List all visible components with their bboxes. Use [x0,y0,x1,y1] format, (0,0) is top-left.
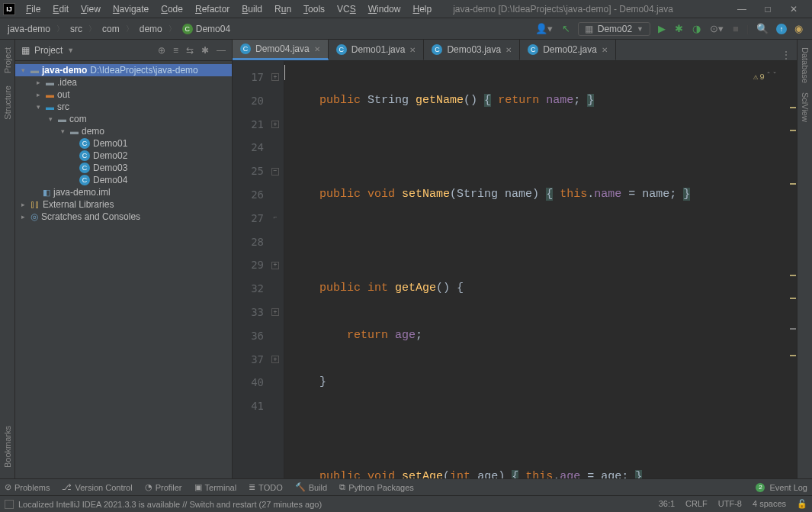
tree-iml[interactable]: ◧ java-demo.iml [15,186,232,198]
menu-build[interactable]: Build [237,2,267,16]
tab-demo01[interactable]: C Demo01.java ✕ [329,40,425,60]
profile-button[interactable]: ⊙▾ [708,21,725,36]
gutter-line[interactable]: 41 [233,394,284,418]
menu-tools[interactable]: Tools [299,2,329,16]
crumb-project[interactable]: java-demo [5,22,53,36]
project-panel-title[interactable]: ▦ Project ▼ [21,45,74,56]
todo-button[interactable]: ≣TODO [249,482,283,492]
indent-info[interactable]: 4 spaces [753,499,786,509]
readonly-toggle[interactable]: 🔓 [797,499,807,509]
gutter-line[interactable]: 33+ [233,301,284,324]
menu-file[interactable]: File [21,2,45,16]
tab-demo03[interactable]: C Demo03.java ✕ [424,40,520,60]
settings-button[interactable]: ✱ [201,45,209,56]
nav-down-icon[interactable]: ˇ [772,66,777,89]
ide-settings-button[interactable]: ◉ [793,21,804,36]
line-separator[interactable]: CRLF [685,499,708,509]
inspection-badge[interactable]: ⚠ 9 ˆ ˇ [753,66,777,89]
tree-demo02[interactable]: C Demo02 [15,150,232,162]
editor-error-stripe[interactable] [788,61,797,478]
stripe-structure-button[interactable]: Structure [3,81,12,124]
hide-button[interactable]: — [217,45,226,56]
update-button[interactable]: ↑ [776,24,787,34]
tab-demo04[interactable]: C Demo04.java ✕ [233,40,329,60]
tree-com[interactable]: ▾ ▬ com [15,113,232,125]
close-icon[interactable]: ✕ [505,46,512,54]
menu-navigate[interactable]: Navigate [108,2,153,16]
profiler-button[interactable]: ◔Profiler [145,482,182,492]
gutter-line[interactable]: 21+ [233,113,284,137]
crumb-src[interactable]: src [67,22,85,36]
stripe-sciview-button[interactable]: SciView [801,88,810,127]
menu-refactor[interactable]: Refactor [191,2,234,16]
close-icon[interactable]: ✕ [314,45,320,53]
tree-demo03[interactable]: C Demo03 [15,162,232,174]
fold-icon[interactable]: + [271,73,279,81]
fold-icon[interactable]: + [271,121,279,128]
crumb-class[interactable]: C Demo04 [179,22,233,36]
tree-external-libs[interactable]: ▸ ⫿⫿ External Libraries [15,198,232,211]
gutter-line[interactable]: 29+ [233,253,284,277]
maximize-button[interactable]: □ [759,4,777,14]
search-button[interactable]: 🔍 [755,21,770,36]
menu-help[interactable]: Help [408,2,436,16]
fold-icon[interactable]: + [271,308,279,316]
expand-all-button[interactable]: ≡ [173,45,178,56]
gutter-line[interactable]: 32 [233,277,284,301]
menu-view[interactable]: View [76,2,105,16]
build-button[interactable]: 🔨Build [295,482,327,492]
gutter-line[interactable]: 36 [233,324,284,348]
fold-icon[interactable]: + [271,262,279,269]
close-icon[interactable]: ✕ [602,46,608,54]
tree-out[interactable]: ▸ ▬ out [15,89,232,101]
tree-idea[interactable]: ▸ ▬ .idea [15,76,232,89]
tree-demo-pkg[interactable]: ▾ ▬ demo [15,125,232,137]
stripe-database-button[interactable]: Database [801,43,810,88]
close-icon[interactable]: ✕ [409,46,416,54]
gutter-line[interactable]: 26 [233,183,284,207]
tree-demo01[interactable]: C Demo01 [15,137,232,150]
add-config-button[interactable]: 👤▾ [534,21,554,36]
tree-demo04[interactable]: C Demo04 [15,174,232,186]
tool-windows-icon[interactable] [5,500,14,509]
stripe-project-button[interactable]: Project [3,43,12,78]
code-editor[interactable]: public String getName() { return name; }… [284,61,788,478]
minimize-button[interactable]: — [733,4,751,14]
debug-button[interactable]: ✱ [673,21,685,36]
fold-icon[interactable]: + [271,356,279,363]
collapse-all-button[interactable]: ⇆ [186,45,194,56]
version-control-button[interactable]: ⎇Version Control [62,482,132,492]
run-button[interactable]: ▶ [656,21,667,36]
run-config-selector[interactable]: ▦ Demo02 ▼ [578,22,650,36]
crumb-com[interactable]: com [99,22,123,36]
gutter-line[interactable]: 28 [233,230,284,254]
stripe-bookmarks-button[interactable]: Bookmarks [3,421,12,472]
gutter[interactable]: 17+ 20 21+ 24 25− 26 27⌐ 28 29+ 32 33+ 3… [233,61,284,478]
back-button[interactable]: ↖ [560,21,572,36]
stop-button[interactable]: ■ [731,21,740,36]
select-opened-file-button[interactable]: ⊕ [158,45,165,56]
file-encoding[interactable]: UTF-8 [718,499,742,509]
tree-root[interactable]: ▾ ▬ java-demo D:\IdeaProjects\java-demo [15,64,232,76]
tree-src[interactable]: ▾ ▬ src [15,101,232,113]
close-button[interactable]: ✕ [785,4,803,14]
problems-button[interactable]: ⊘Problems [5,482,50,492]
terminal-button[interactable]: ▣Terminal [194,482,237,492]
status-message-area[interactable]: Localized IntelliJ IDEA 2021.3.3 is avai… [5,500,322,509]
menu-window[interactable]: Window [364,2,406,16]
gutter-line[interactable]: 17+ [233,66,284,89]
menu-edit[interactable]: Edit [48,2,73,16]
tabs-menu-button[interactable]: ⋮ [775,50,797,60]
gutter-line[interactable]: 27⌐ [233,207,284,230]
menu-code[interactable]: Code [156,2,188,16]
caret-position[interactable]: 36:1 [659,499,675,509]
gutter-line[interactable]: 40 [233,371,284,394]
run-coverage-button[interactable]: ◑ [691,21,702,36]
tree-scratches[interactable]: ▸ ◎ Scratches and Consoles [15,211,232,223]
menu-vcs[interactable]: VCS [332,2,361,16]
gutter-line[interactable]: 37+ [233,348,284,372]
event-log-button[interactable]: 2 Event Log [756,483,807,492]
crumb-demo[interactable]: demo [136,22,165,36]
nav-up-icon[interactable]: ˆ [766,66,771,89]
tab-demo02[interactable]: C Demo02.java ✕ [520,40,616,60]
